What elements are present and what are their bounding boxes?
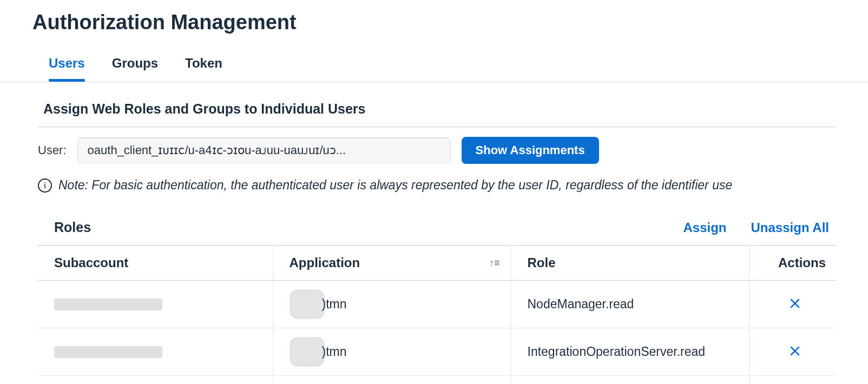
- col-application[interactable]: Application ↑≡: [273, 246, 511, 281]
- roles-header: Roles Assign Unassign All: [38, 198, 836, 245]
- show-assignments-button[interactable]: Show Assignments: [462, 137, 599, 164]
- col-role[interactable]: Role: [511, 246, 749, 281]
- cell-actions: [749, 281, 836, 328]
- cell-role: [511, 376, 749, 385]
- application-tail: )tmn: [322, 297, 347, 312]
- tab-groups[interactable]: Groups: [112, 50, 158, 82]
- application-tail: )tmn: [322, 345, 347, 359]
- sort-asc-icon[interactable]: ↑≡: [489, 257, 500, 269]
- page-title: Authorization Management: [0, 0, 868, 50]
- tab-token[interactable]: Token: [185, 50, 222, 82]
- remove-role-button[interactable]: [790, 345, 800, 359]
- col-subaccount[interactable]: Subaccount: [38, 246, 273, 281]
- cell-application: )tmn: [273, 328, 511, 376]
- redacted-subaccount: [54, 299, 162, 310]
- section-title: Assign Web Roles and Groups to Individua…: [38, 96, 836, 127]
- user-label: User:: [38, 143, 67, 157]
- cell-subaccount: [38, 281, 273, 328]
- cell-actions: [749, 376, 836, 385]
- table-row: )tmn NodeManager.read: [38, 281, 836, 328]
- redacted-subaccount: [54, 346, 162, 358]
- roles-table: Subaccount Application ↑≡ Role Actions: [38, 245, 836, 384]
- cell-subaccount: [38, 328, 273, 376]
- tabs: Users Groups Token: [0, 50, 868, 82]
- redacted-application-prefix: [290, 337, 325, 367]
- tab-users[interactable]: Users: [49, 50, 85, 82]
- cell-subaccount: [38, 376, 273, 385]
- table-row: )tmn IntegrationOperationServer.read: [38, 328, 836, 376]
- cell-role: IntegrationOperationServer.read: [511, 328, 749, 376]
- table-row: [38, 376, 836, 385]
- cell-application: )tmn: [273, 281, 511, 328]
- note-row: i Note: For basic authentication, the au…: [38, 170, 836, 198]
- info-icon: i: [38, 178, 52, 193]
- col-actions: Actions: [749, 246, 836, 281]
- user-select-row: User: Show Assignments: [38, 127, 836, 170]
- user-input[interactable]: [77, 137, 451, 163]
- cell-actions: [749, 328, 836, 376]
- close-icon: [790, 346, 800, 356]
- assign-button[interactable]: Assign: [683, 220, 727, 235]
- cell-role: NodeManager.read: [511, 281, 749, 328]
- cell-application: [273, 376, 511, 385]
- col-application-label: Application: [290, 255, 360, 270]
- note-text: Note: For basic authentication, the auth…: [58, 178, 732, 193]
- unassign-all-button[interactable]: Unassign All: [751, 220, 829, 235]
- roles-title: Roles: [54, 220, 91, 235]
- remove-role-button[interactable]: [790, 297, 800, 311]
- close-icon: [790, 298, 800, 309]
- redacted-application-prefix: [290, 289, 325, 319]
